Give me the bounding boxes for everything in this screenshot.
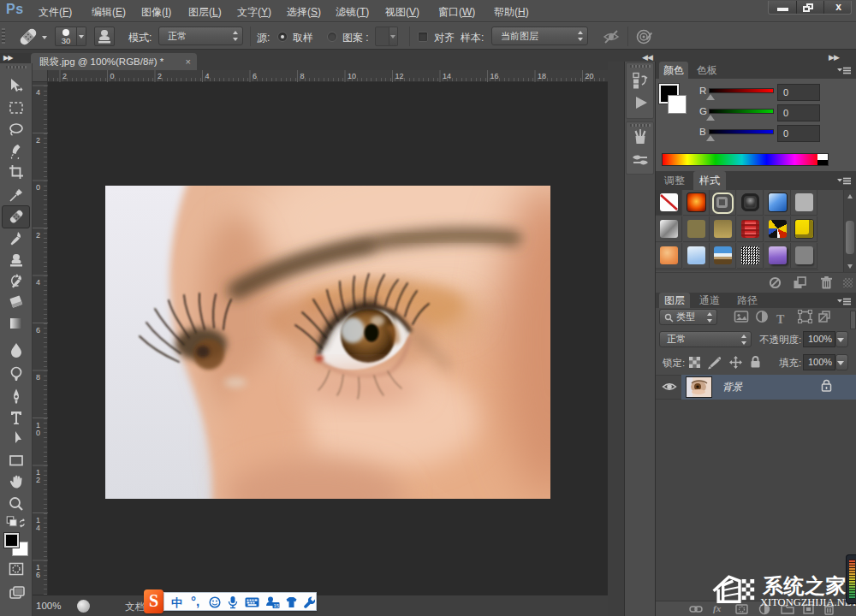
svg-text:10: 10 (348, 72, 356, 80)
svg-text:0: 0 (36, 429, 40, 437)
svg-text:8: 8 (36, 373, 40, 382)
svg-text:2: 2 (158, 72, 162, 80)
svg-text:6: 6 (36, 571, 40, 579)
svg-text:8: 8 (300, 72, 305, 80)
svg-text:14: 14 (443, 72, 451, 80)
svg-text:15: 15 (274, 603, 280, 608)
svg-text:0: 0 (36, 183, 40, 192)
svg-text:18: 18 (538, 72, 546, 80)
svg-text:4: 4 (205, 72, 210, 80)
svg-text:4: 4 (36, 88, 40, 97)
svg-text:6: 6 (36, 326, 40, 335)
svg-text:0: 0 (110, 72, 115, 80)
svg-text:12: 12 (395, 72, 404, 80)
svg-text:2: 2 (36, 136, 40, 145)
svg-text:2: 2 (62, 72, 67, 80)
svg-text:2: 2 (36, 476, 40, 484)
svg-text:16: 16 (490, 72, 499, 80)
svg-text:20: 20 (586, 72, 594, 80)
svg-text:2: 2 (36, 231, 40, 240)
svg-text:6: 6 (253, 72, 257, 80)
svg-text:4: 4 (36, 278, 40, 287)
svg-text:4: 4 (36, 524, 40, 532)
